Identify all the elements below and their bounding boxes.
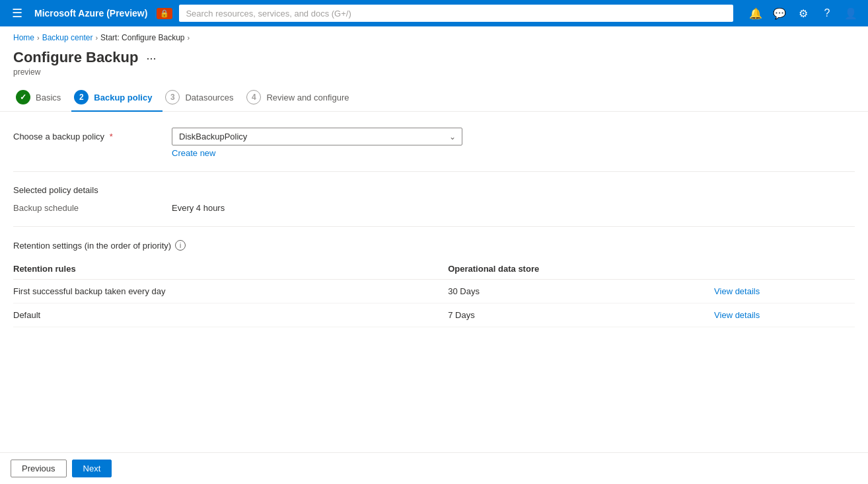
tab-basics-circle: ✓ (16, 90, 30, 104)
search-input[interactable] (179, 5, 733, 22)
retention-table: Retention rules Operational data store F… (13, 259, 855, 327)
breadcrumb-sep-1: › (37, 34, 40, 42)
tab-review-circle: 4 (246, 90, 261, 104)
help-icon[interactable]: ? (816, 3, 838, 24)
backup-schedule-label: Backup schedule (13, 203, 172, 213)
required-marker: * (107, 132, 113, 141)
backup-policy-label: Choose a backup policy * (13, 128, 172, 141)
feedback-icon[interactable]: 💬 (769, 3, 790, 24)
notifications-icon[interactable]: 🔔 (745, 3, 766, 24)
backup-policy-row: Choose a backup policy * DiskBackupPolic… (13, 128, 855, 158)
operational-store-cell: 7 Days (448, 303, 714, 327)
view-details-cell: View details (714, 303, 855, 327)
tab-datasources-label: Datasources (185, 93, 233, 102)
breadcrumb-backup-center[interactable]: Backup center (42, 33, 93, 42)
breadcrumb-sep-3: › (187, 34, 190, 42)
tab-basics[interactable]: ✓ Basics (13, 83, 71, 111)
breadcrumb-sep-2: › (95, 34, 98, 42)
breadcrumb-current: Start: Configure Backup (100, 33, 184, 42)
retention-title: Retention settings (in the order of prio… (13, 241, 171, 251)
top-navbar: ☰ Microsoft Azure (Preview) 🔒 🔔 💬 ⚙ ? 👤 (0, 0, 868, 26)
divider-2 (13, 226, 855, 227)
nav-icons: 🔔 💬 ⚙ ? 👤 (745, 3, 861, 24)
tab-backup-policy-label: Backup policy (94, 93, 152, 102)
policy-select[interactable]: DiskBackupPolicy (172, 128, 462, 145)
info-icon[interactable]: i (175, 240, 186, 251)
hamburger-menu[interactable]: ☰ (7, 3, 28, 23)
retention-header: Retention settings (in the order of prio… (13, 240, 855, 251)
app-title: Microsoft Azure (Preview) (34, 8, 147, 19)
wizard-tabs: ✓ Basics 2 Backup policy 3 Datasources 4… (0, 83, 868, 112)
preview-badge: 🔒 (157, 8, 172, 19)
create-new-link[interactable]: Create new (172, 148, 215, 158)
more-options-button[interactable]: ··· (146, 52, 156, 65)
tab-datasources-circle: 3 (165, 90, 180, 104)
main-content: Choose a backup policy * DiskBackupPolic… (0, 112, 868, 343)
account-icon[interactable]: 👤 (840, 3, 861, 24)
col-operational-store: Operational data store (448, 259, 714, 280)
breadcrumb: Home › Backup center › Start: Configure … (0, 26, 868, 46)
view-details-link-0[interactable]: View details (714, 286, 760, 296)
col-retention-rules: Retention rules (13, 259, 448, 280)
policy-details-heading: Selected policy details (13, 185, 855, 195)
retention-table-header: Retention rules Operational data store (13, 259, 855, 280)
view-details-cell: View details (714, 280, 855, 303)
tab-review[interactable]: 4 Review and configure (244, 83, 359, 111)
tab-datasources[interactable]: 3 Datasources (163, 83, 244, 111)
policy-select-wrapper: DiskBackupPolicy ⌄ (172, 128, 462, 145)
tab-basics-label: Basics (36, 93, 61, 102)
table-row: First successful backup taken every day … (13, 280, 855, 303)
backup-schedule-row: Backup schedule Every 4 hours (13, 203, 855, 213)
breadcrumb-home[interactable]: Home (13, 33, 34, 42)
tab-backup-policy-circle: 2 (74, 90, 89, 104)
settings-icon[interactable]: ⚙ (793, 3, 814, 24)
col-actions (714, 259, 855, 280)
operational-store-cell: 30 Days (448, 280, 714, 303)
backup-schedule-value: Every 4 hours (172, 203, 225, 213)
table-row: Default 7 Days View details (13, 303, 855, 327)
backup-policy-control: DiskBackupPolicy ⌄ Create new (172, 128, 462, 158)
divider-1 (13, 171, 855, 172)
page-title: Configure Backup (13, 49, 138, 66)
retention-rule-cell: Default (13, 303, 448, 327)
page-header: Configure Backup preview ··· (0, 46, 868, 83)
retention-rule-cell: First successful backup taken every day (13, 280, 448, 303)
tab-backup-policy[interactable]: 2 Backup policy (71, 83, 163, 111)
tab-review-label: Review and configure (266, 93, 349, 102)
view-details-link-1[interactable]: View details (714, 310, 760, 320)
page-subtitle: preview (13, 67, 138, 77)
